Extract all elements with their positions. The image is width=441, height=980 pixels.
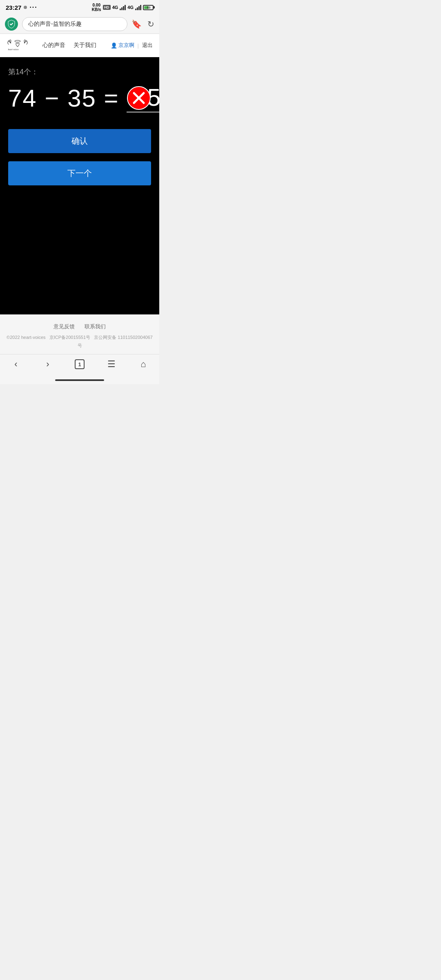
status-right: 0.00KB/s HD 4G 4G 53	[92, 3, 154, 12]
browser-actions: 🔖 ↻	[131, 19, 154, 29]
nav-header: heart voices 心的声音 关于我们 👤 京京啊 | 退出	[0, 34, 159, 57]
equals-sign: =	[96, 84, 127, 112]
signal-bar-2	[121, 7, 122, 10]
nav-logo: heart voices	[7, 38, 29, 53]
forward-icon: ›	[46, 359, 49, 370]
refresh-icon[interactable]: ↻	[147, 19, 154, 29]
nav-user: 👤 京京啊	[111, 42, 134, 49]
back-icon: ‹	[14, 359, 17, 370]
nav-right: 👤 京京啊 | 退出	[111, 42, 153, 49]
browser-shield-icon	[5, 18, 18, 31]
battery-indicator: 53	[143, 5, 154, 10]
svg-point-0	[15, 40, 20, 42]
tab-count-badge: 1	[75, 359, 85, 369]
battery-text: 53	[144, 6, 153, 9]
url-bar[interactable]: 心的声音-益智的乐趣	[22, 17, 127, 31]
operand2: 35	[67, 84, 96, 112]
signal-bar-3	[123, 6, 124, 10]
status-left: 23:27 ···	[6, 4, 38, 11]
home-icon: ⌂	[140, 359, 146, 370]
signal-bars-1	[120, 4, 126, 10]
tab-count: 1	[78, 361, 81, 368]
logout-button[interactable]: 退出	[142, 42, 153, 49]
back-button[interactable]: ‹	[4, 356, 28, 372]
operand1: 74	[8, 84, 37, 112]
signal-bar-8	[140, 5, 141, 10]
network-type-1: 4G	[112, 5, 118, 10]
nav-link-home[interactable]: 心的声音	[42, 42, 65, 49]
signal-bars-2	[135, 4, 141, 10]
nav-links: 心的声音 关于我们	[42, 42, 96, 49]
operator: −	[37, 84, 67, 112]
menu-icon: ☰	[107, 359, 116, 370]
footer-links: 意见反馈 联系我们	[7, 323, 153, 330]
svg-text:heart  voices: heart voices	[8, 48, 18, 51]
nav-divider: |	[138, 42, 139, 49]
browser-bar: 心的声音-益智的乐趣 🔖 ↻	[0, 15, 159, 34]
nav-link-about[interactable]: 关于我们	[74, 42, 96, 49]
status-bar: 23:27 ··· 0.00KB/s HD 4G 4G 53	[0, 0, 159, 15]
home-button[interactable]: ⌂	[131, 356, 156, 372]
network-type-2: 4G	[127, 5, 134, 10]
url-text: 心的声音-益智的乐趣	[28, 20, 82, 28]
recording-indicator	[24, 6, 27, 9]
signal-bar-7	[138, 6, 140, 10]
next-button[interactable]: 下一个	[8, 161, 151, 185]
status-time: 23:27	[6, 4, 21, 11]
equation-row: 74 − 35 =	[8, 83, 151, 113]
logo-image: heart voices	[7, 38, 29, 53]
confirm-button[interactable]: 确认	[8, 129, 151, 153]
signal-bar-6	[137, 7, 138, 10]
username-label: 京京啊	[118, 42, 134, 49]
signal-bar-5	[135, 9, 136, 10]
wrong-icon	[127, 86, 151, 110]
home-indicator	[0, 376, 159, 384]
contact-link[interactable]: 联系我们	[85, 323, 106, 330]
hd-badge: HD	[103, 5, 111, 10]
notification-dots: ···	[29, 4, 37, 11]
user-icon: 👤	[111, 42, 117, 49]
main-content: 第14个： 74 − 35 = 确认 下一个	[0, 57, 159, 314]
network-speed: 0.00KB/s	[92, 3, 101, 12]
footer: 意见反馈 联系我们 ©2022 heart-voices 京ICP备200155…	[0, 314, 159, 354]
copyright-text: ©2022 heart-voices	[7, 335, 46, 340]
feedback-link[interactable]: 意见反馈	[53, 323, 75, 330]
menu-button[interactable]: ☰	[99, 356, 124, 372]
footer-icp: ©2022 heart-voices 京ICP备20015551号 京公网安备 …	[7, 334, 153, 350]
home-bar	[55, 379, 104, 381]
signal-bar-1	[120, 9, 121, 10]
bookmark-icon[interactable]: 🔖	[131, 19, 142, 29]
signal-bar-4	[125, 5, 126, 10]
tabs-button[interactable]: 1	[67, 356, 92, 372]
bottom-nav: ‹ › 1 ☰ ⌂	[0, 354, 159, 376]
icp-number: 京ICP备20015551号	[49, 335, 90, 340]
question-number: 第14个：	[8, 67, 151, 77]
forward-button[interactable]: ›	[36, 356, 60, 372]
